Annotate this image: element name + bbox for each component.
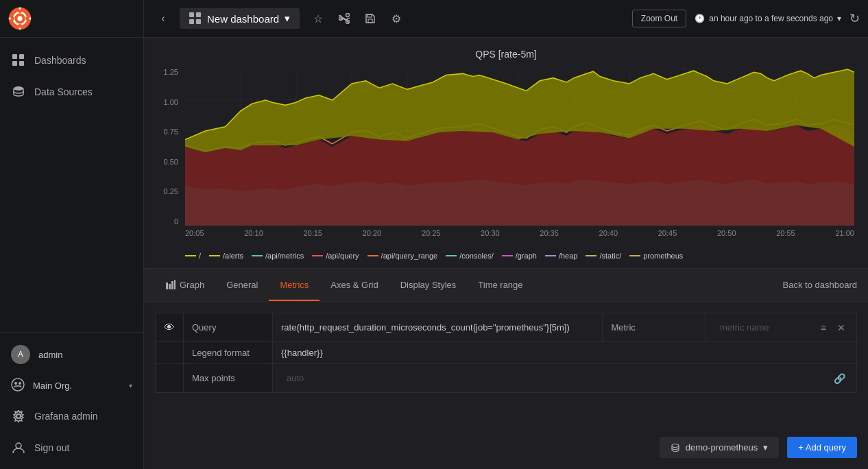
y-label-125: 1.25 <box>164 68 178 76</box>
dashboard-title-text: New dashboard <box>207 13 279 25</box>
tab-axes-grid[interactable]: Axes & Grid <box>320 270 389 301</box>
legend-format-label: Legend format <box>192 348 250 358</box>
eye-icon[interactable]: 👁 <box>164 322 175 333</box>
grafana-logo[interactable] <box>5 4 34 33</box>
legend-item-prometheus[interactable]: prometheus <box>629 252 683 260</box>
close-icon-button[interactable]: ✕ <box>834 320 848 336</box>
svg-point-7 <box>18 10 21 13</box>
svg-point-9 <box>11 16 14 20</box>
dashboard-title-button[interactable]: New dashboard ▾ <box>180 8 300 29</box>
tab-metrics-label: Metrics <box>280 280 309 290</box>
svg-point-10 <box>25 16 29 20</box>
legend-color-root <box>185 255 196 256</box>
legend-color-prometheus <box>629 255 640 256</box>
tab-display-styles[interactable]: Display Styles <box>389 270 468 301</box>
datasource-button[interactable]: demo-prometheus ▾ <box>660 437 780 458</box>
max-points-link-icon[interactable]: 🔗 <box>831 370 848 387</box>
query-value-cell[interactable] <box>273 313 603 342</box>
query-input[interactable] <box>281 322 594 333</box>
legend-label-consoles: /consoles/ <box>459 252 494 260</box>
sidebar-item-sign-out[interactable]: Sign out <box>0 432 143 464</box>
avatar: A <box>11 345 30 364</box>
svg-point-15 <box>14 86 23 91</box>
y-label-025: 0.25 <box>164 187 178 195</box>
legend-color-api-query-range <box>367 255 378 256</box>
legend-color-api-metrics <box>252 255 263 256</box>
gear-icon <box>11 409 26 424</box>
back-button[interactable]: ‹ <box>152 8 174 29</box>
metrics-form: 👁 Query Metric ≡ ✕ <box>144 302 868 404</box>
tab-graph[interactable]: Graph <box>155 270 215 301</box>
tab-general[interactable]: General <box>215 270 269 301</box>
max-points-label: Max points <box>192 373 235 383</box>
share-icon[interactable] <box>334 8 354 29</box>
x-label-2010: 20:10 <box>244 229 263 237</box>
metric-input-wrapper: ≡ ✕ <box>714 319 848 336</box>
sign-out-label: Sign out <box>34 442 69 453</box>
legend-item-consoles[interactable]: /consoles/ <box>446 252 494 260</box>
max-points-empty-cell <box>156 364 184 393</box>
svg-point-18 <box>19 382 21 385</box>
sidebar-user-label: admin <box>38 350 62 360</box>
chart-y-axis: 1.25 1.00 0.75 0.50 0.25 0 <box>158 68 182 226</box>
legend-item-static[interactable]: /static/ <box>586 252 621 260</box>
refresh-button[interactable]: ↻ <box>849 11 860 26</box>
main-content: ‹ New dashboard ▾ ☆ <box>144 0 868 469</box>
max-points-label-cell: Max points <box>184 364 273 393</box>
sign-out-icon <box>11 440 26 455</box>
tab-metrics[interactable]: Metrics <box>269 270 320 301</box>
svg-rect-23 <box>189 19 194 24</box>
time-picker[interactable]: 🕐 an hour ago to a few seconds ago ▾ <box>695 14 841 23</box>
metric-input-cell: ≡ ✕ <box>706 313 857 342</box>
x-label-2020: 20:20 <box>363 229 382 237</box>
sidebar-org[interactable]: Main Org. ▾ <box>0 371 143 400</box>
sidebar-nav: Dashboards Data Sources <box>0 38 143 326</box>
tab-time-range-label: Time range <box>478 280 522 290</box>
query-row: 👁 Query Metric ≡ ✕ <box>156 313 857 342</box>
svg-point-2 <box>17 16 22 21</box>
legend-item-heap[interactable]: /heap <box>545 252 578 260</box>
legend-item-alerts[interactable]: /alerts <box>209 252 243 260</box>
legend-item-graph[interactable]: /graph <box>502 252 537 260</box>
max-points-row: Max points 🔗 <box>156 364 857 393</box>
legend-item-root[interactable]: / <box>185 252 201 260</box>
metric-label: Metric <box>611 322 635 333</box>
legend-label-prometheus: prometheus <box>643 252 683 260</box>
svg-point-8 <box>18 24 21 27</box>
settings-icon[interactable]: ⚙ <box>386 8 407 29</box>
max-points-input[interactable] <box>281 370 825 387</box>
time-range-text: an hour ago to a few seconds ago <box>709 14 833 23</box>
sidebar-user[interactable]: A admin <box>0 338 143 371</box>
legend-item-api-metrics[interactable]: /api/metrics <box>252 252 304 260</box>
max-points-wrapper: 🔗 <box>281 370 848 387</box>
x-label-2035: 20:35 <box>540 229 559 237</box>
add-query-button[interactable]: + Add query <box>787 437 857 458</box>
star-icon[interactable]: ☆ <box>308 8 328 29</box>
legend-color-heap <box>545 255 556 256</box>
back-to-dashboard-link[interactable]: Back to dashboard <box>783 280 857 290</box>
grafana-admin-label: Grafana admin <box>34 411 98 422</box>
data-sources-icon <box>11 84 26 99</box>
sidebar-header <box>0 0 143 38</box>
sidebar-item-grafana-admin[interactable]: Grafana admin <box>0 400 143 432</box>
legend-item-api-query[interactable]: /api/query <box>312 252 359 260</box>
metric-name-input[interactable] <box>714 319 812 336</box>
tab-time-range[interactable]: Time range <box>467 270 533 301</box>
x-label-2055: 20:55 <box>776 229 795 237</box>
svg-rect-13 <box>12 61 17 66</box>
save-icon[interactable] <box>360 8 381 29</box>
legend-value-cell[interactable] <box>273 342 857 364</box>
y-label-100: 1.00 <box>164 98 178 106</box>
legend-item-api-query-range[interactable]: /api/query_range <box>367 252 438 260</box>
chart-area <box>185 68 854 226</box>
legend-format-input[interactable] <box>281 348 848 358</box>
sidebar-item-dashboards[interactable]: Dashboards <box>0 45 143 76</box>
menu-icon-button[interactable]: ≡ <box>818 320 829 336</box>
max-points-value-cell: 🔗 <box>273 364 857 393</box>
zoom-out-button[interactable]: Zoom Out <box>632 10 686 27</box>
clock-icon: 🕐 <box>695 14 705 23</box>
datasource-dropdown-icon: ▾ <box>763 442 768 453</box>
sidebar-item-data-sources[interactable]: Data Sources <box>0 76 143 108</box>
svg-rect-53 <box>174 280 176 289</box>
chart-title: QPS [rate-5m] <box>158 49 854 60</box>
